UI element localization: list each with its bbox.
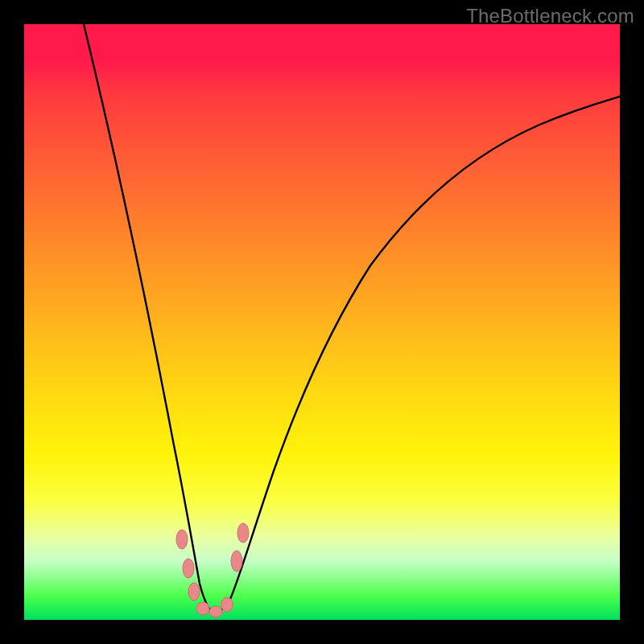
marker-dot bbox=[176, 530, 188, 549]
marker-dot bbox=[231, 551, 242, 572]
marker-dot bbox=[221, 597, 233, 612]
marker-dot bbox=[188, 583, 200, 601]
marker-dot bbox=[237, 523, 249, 543]
trough-markers bbox=[176, 523, 249, 617]
chart-frame: TheBottleneck.com bbox=[0, 0, 644, 644]
plot-area bbox=[24, 24, 620, 620]
curve-path bbox=[84, 24, 620, 612]
watermark-text: TheBottleneck.com bbox=[466, 5, 634, 27]
bottleneck-curve bbox=[24, 24, 620, 620]
marker-dot bbox=[209, 606, 222, 617]
marker-dot bbox=[196, 602, 209, 615]
marker-dot bbox=[183, 559, 194, 578]
